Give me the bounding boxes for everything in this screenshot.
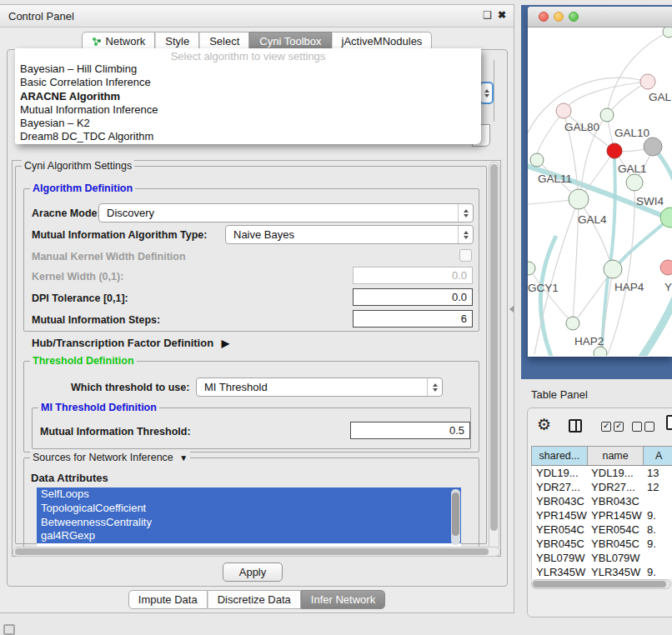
settings-horizontal-scrollbar[interactable] xyxy=(13,547,500,557)
table-body: YDL19...YDL19...13YDR27...YDR27...12YBR0… xyxy=(531,466,672,579)
table-row[interactable]: YDR27...YDR27...12 xyxy=(532,480,672,494)
table-cell: YBL079W xyxy=(532,551,587,565)
network-node[interactable] xyxy=(528,262,535,275)
table-row[interactable]: YDL19...YDL19...13 xyxy=(532,466,672,480)
algorithm-list: Bayesian – Hill ClimbingBasic Correlatio… xyxy=(15,62,481,144)
which-threshold-select[interactable]: MI Threshold xyxy=(196,378,443,397)
column-header-a[interactable]: A xyxy=(644,447,672,465)
column-header-name[interactable]: name xyxy=(588,447,644,465)
apply-button[interactable]: Apply xyxy=(223,562,283,582)
network-canvas[interactable]: GALGAL80GAL10GAL11GAL1SWI4GAL4GCY1HAP4YH… xyxy=(528,28,672,356)
attribute-item-selfloops[interactable]: SelfLoops xyxy=(37,488,461,502)
network-edge[interactable] xyxy=(564,82,648,111)
table-panel-body: ⚙ ✓✓ shared...nameA YDL19...YDL19...13YD… xyxy=(527,408,672,618)
which-threshold-label: Which threshold to use: xyxy=(71,382,189,393)
table-row[interactable]: YBR043CYBR043C xyxy=(532,494,672,508)
network-node[interactable] xyxy=(569,189,589,209)
algorithm-option-bayesian-k2[interactable]: Bayesian – K2 xyxy=(15,117,481,130)
algorithm-option-aracne-algorithm[interactable]: ARACNE Algorithm xyxy=(15,90,481,103)
tab-impute-data[interactable]: Impute Data xyxy=(128,590,208,609)
sources-group-toggle[interactable]: Sources for Network Inference ▼ xyxy=(30,452,190,463)
network-view-window[interactable]: GALGAL80GAL10GAL11GAL1SWI4GAL4GCY1HAP4YH… xyxy=(528,7,672,357)
network-node[interactable] xyxy=(530,153,544,167)
hidden-groupbox-edge xyxy=(494,60,494,122)
network-node[interactable] xyxy=(604,260,622,278)
mi-steps-field[interactable]: 6 xyxy=(353,310,473,328)
dpi-tolerance-field[interactable]: 0.0 xyxy=(353,288,473,306)
network-edge[interactable] xyxy=(579,199,612,268)
algorithm-option-bayesian-hill-climbing[interactable]: Bayesian – Hill Climbing xyxy=(15,62,481,76)
network-node[interactable] xyxy=(594,347,607,356)
attribute-item-topologicalcoefficient[interactable]: TopologicalCoefficient xyxy=(37,502,461,516)
network-node[interactable] xyxy=(660,260,672,275)
table-row[interactable]: YLR345WYLR345W9. xyxy=(532,565,672,579)
table-cell: 12 xyxy=(643,480,672,494)
attribute-list-scrollbar[interactable] xyxy=(451,489,460,545)
tab-label: jActiveMNodules xyxy=(342,32,423,50)
data-attributes-list[interactable]: SelfLoopsTopologicalCoefficientBetweenne… xyxy=(37,488,461,547)
combo-value: Discovery xyxy=(107,207,154,219)
panel-splitter-handle[interactable] xyxy=(509,306,514,312)
scrollbar-thumb[interactable] xyxy=(452,492,459,536)
network-edge-highlighted[interactable] xyxy=(614,218,670,270)
network-node[interactable] xyxy=(566,317,579,330)
table-horizontal-scrollbar[interactable] xyxy=(531,579,671,589)
minimize-traffic-light-icon[interactable] xyxy=(554,12,564,22)
tab-infer-network[interactable]: Infer Network xyxy=(301,590,385,609)
algorithm-option-basic-correlation-inference[interactable]: Basic Correlation Inference xyxy=(15,76,481,89)
node-label-swi4: SWI4 xyxy=(636,195,664,208)
mi-threshold-field[interactable]: 0.5 xyxy=(350,422,470,439)
table-panel-title: Table Panel xyxy=(531,388,588,401)
kernel-width-field[interactable]: 0.0 xyxy=(353,267,473,284)
table-panel: Table Panel ⚙ ✓✓ shared...nameA YDL19...… xyxy=(517,379,672,635)
attribute-item-gal4rgexp[interactable]: gal4RGexp xyxy=(37,529,461,543)
node-label-y: Y xyxy=(664,281,672,293)
collapsed-panel-icon[interactable] xyxy=(3,624,15,635)
network-edge[interactable] xyxy=(537,111,564,158)
algorithm-option-mutual-information-inference[interactable]: Mutual Information Inference xyxy=(15,103,481,117)
node-label-gal11: GAL11 xyxy=(538,172,572,185)
column-header-shared[interactable]: shared... xyxy=(532,447,588,465)
zoom-traffic-light-icon[interactable] xyxy=(569,12,579,22)
network-node[interactable] xyxy=(640,74,655,89)
float-window-icon[interactable]: ❑ xyxy=(483,9,492,21)
table-cell: YPR145W xyxy=(587,508,643,522)
close-traffic-light-icon[interactable] xyxy=(539,12,549,22)
scrollbar-thumb[interactable] xyxy=(490,164,498,531)
hub-section-toggle[interactable]: Hub/Transcription Factor Definition ▶ xyxy=(32,337,229,349)
tab-label: Style xyxy=(165,32,189,50)
network-node[interactable] xyxy=(607,143,622,158)
table-row[interactable]: YPR145WYPR145W9. xyxy=(532,508,672,522)
network-node[interactable] xyxy=(600,108,614,122)
tab-discretize-data[interactable]: Discretize Data xyxy=(208,590,301,609)
network-node[interactable] xyxy=(556,103,571,118)
manual-kernel-checkbox[interactable] xyxy=(459,249,472,262)
table-settings-gear-icon[interactable]: ⚙ xyxy=(537,416,551,434)
network-edge-highlighted[interactable] xyxy=(639,290,672,356)
column-layout-icon[interactable] xyxy=(569,419,582,432)
scrollbar-thumb[interactable] xyxy=(533,581,666,588)
document-icon[interactable] xyxy=(666,415,672,430)
aracne-mode-select[interactable]: Discovery xyxy=(98,203,474,222)
network-node[interactable] xyxy=(626,174,643,191)
table-cell: 13 xyxy=(643,466,672,480)
table-row[interactable]: YBL079WYBL079W xyxy=(532,551,672,565)
network-edge[interactable] xyxy=(529,268,572,322)
close-window-icon[interactable]: ✖ xyxy=(498,9,506,21)
table-cell: YDR27... xyxy=(532,480,587,494)
network-edge-highlighted[interactable] xyxy=(540,236,556,356)
select-all-checkboxes-icon[interactable]: ✓✓ xyxy=(601,422,624,432)
settings-vertical-scrollbar[interactable] xyxy=(489,162,499,550)
aracne-mode-label: Aracne Mode: xyxy=(32,208,101,219)
table-row[interactable]: YBR045CYBR045C9. xyxy=(532,537,672,551)
mi-algorithm-type-select[interactable]: Naive Bayes xyxy=(225,225,474,244)
data-attributes-label: Data Attributes xyxy=(31,472,108,484)
deselect-all-checkboxes-icon[interactable] xyxy=(632,422,654,432)
network-node[interactable] xyxy=(644,138,662,156)
network-node[interactable] xyxy=(663,28,672,38)
table-row[interactable]: YER054CYER054C8. xyxy=(532,522,672,537)
algorithm-option-dream8-dc-tdc-algorithm[interactable]: Dream8 DC_TDC Algorithm xyxy=(15,130,481,143)
attribute-item-betweennesscentrality[interactable]: BetweennessCentrality xyxy=(37,516,461,530)
scrollbar-thumb[interactable] xyxy=(15,548,489,555)
collapsed-arrow-icon: ▶ xyxy=(222,338,229,349)
